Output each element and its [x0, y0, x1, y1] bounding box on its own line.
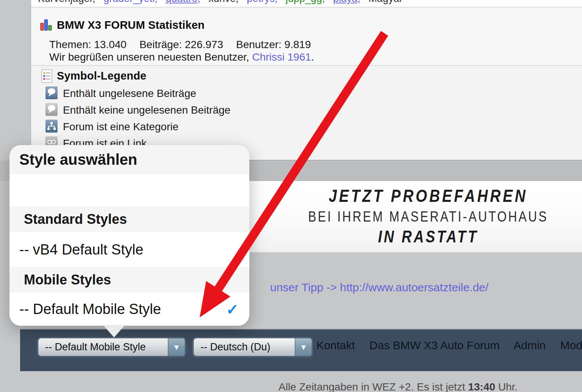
clipped-online-users-row: Kurvenjäger, grauer_yeti, quattro, xdriv… — [31, 0, 582, 8]
legend-item-label: Enthält keine ungelesenen Beiträge — [63, 104, 230, 116]
category-icon — [45, 120, 58, 134]
popup-title: Style auswählen — [9, 145, 249, 174]
forum-statistics-section: BMW X3 FORUM Statistiken Themen: 13.040B… — [31, 8, 582, 66]
legend-item: Enthält keine ungelesenen Beiträge — [45, 103, 230, 117]
chevron-down-icon: ▼ — [295, 338, 312, 356]
popup-item-default-mobile-style[interactable]: -- Default Mobile Style ✓ — [9, 293, 249, 326]
footer-link-admin[interactable]: Admin — [513, 339, 546, 351]
current-time: 13:40 — [468, 381, 495, 392]
timezone-text: Alle Zeitangaben in WEZ +2. Es ist jetzt — [278, 381, 468, 392]
online-user-link[interactable]: playa, — [333, 0, 360, 4]
ad-line3: IN RASTATT — [304, 227, 552, 246]
popup-item-label: -- Default Mobile Style — [19, 301, 161, 317]
online-user-link[interactable]: grauer_yeti, — [103, 0, 158, 4]
online-user-link[interactable]: petrys, — [247, 0, 277, 4]
style-picker-popup: Style auswählen Standard Styles -- vB4 D… — [9, 145, 249, 326]
online-user: Kurvenjäger, — [38, 0, 95, 4]
timezone-suffix: Uhr. — [495, 381, 518, 392]
legend-item: Forum ist eine Kategorie — [45, 120, 178, 134]
online-user: Magyar — [369, 0, 403, 4]
statistics-values: Themen: 13.040Beiträge: 226.973Benutzer:… — [49, 39, 324, 51]
forum-content-panel: Kurvenjäger, grauer_yeti, quattro, xdriv… — [30, 0, 582, 161]
check-icon: ✓ — [226, 301, 239, 318]
online-user-link[interactable]: quattro, — [166, 0, 200, 4]
footer-link-kontakt[interactable]: Kontakt — [316, 339, 355, 351]
legend-item-label: Forum ist eine Kategorie — [63, 121, 178, 133]
style-selector-dropdown[interactable]: -- Default Mobile Style ▼ — [38, 338, 185, 356]
beitraege-count: Beiträge: 226.973 — [139, 39, 223, 50]
popup-callout-tail — [103, 325, 125, 337]
newest-user-link[interactable]: Chrissi 1961 — [252, 51, 311, 63]
tip-link[interactable]: unser Tipp -> http://www.autoersatzteile… — [270, 281, 488, 294]
language-selector-value: -- Deutsch (Du) — [194, 338, 295, 356]
unread-posts-icon — [45, 86, 58, 101]
ad-line2: BEI IHREM MASERATI-AUTOHAUS — [304, 209, 552, 225]
welcome-period: . — [311, 51, 314, 63]
ad-line1: JETZT PROBEFAHREN — [304, 186, 552, 206]
popup-section-standard-styles: Standard Styles — [9, 206, 249, 232]
ad-text: JETZT PROBEFAHREN BEI IHREM MASERATI-AUT… — [280, 186, 576, 246]
no-unread-posts-icon — [45, 103, 58, 117]
online-user-link[interactable]: jupp_gg, — [286, 0, 325, 4]
online-user: xdrive, — [208, 0, 239, 4]
welcome-text: Wir begrüßen unseren neuesten Benutzer, — [49, 51, 252, 63]
newest-user-line: Wir begrüßen unseren neuesten Benutzer, … — [49, 51, 314, 63]
statistics-title: BMW X3 FORUM Statistiken — [57, 19, 205, 31]
style-selector-value: -- Default Mobile Style — [38, 338, 168, 356]
document-legend-icon — [41, 69, 53, 85]
footer-links: Kontakt Das BMW X3 Auto Forum Admin Mod — [316, 339, 582, 352]
popup-section-mobile-styles: Mobile Styles — [9, 267, 249, 293]
chevron-down-icon: ▼ — [168, 338, 185, 356]
legend-title: Symbol-Legende — [57, 70, 146, 82]
popup-item-vb4-default-style[interactable]: -- vB4 Default Style — [9, 232, 249, 267]
legend-item-label: Enthält ungelesene Beiträge — [63, 87, 196, 100]
footer-link-mod[interactable]: Mod — [560, 339, 582, 351]
timezone-note: Alle Zeitangaben in WEZ +2. Es ist jetzt… — [278, 381, 518, 392]
footer-link-forum-home[interactable]: Das BMW X3 Auto Forum — [369, 339, 499, 351]
legend-item: Enthält ungelesene Beiträge — [45, 87, 196, 100]
bar-chart-icon — [39, 18, 53, 33]
language-selector-dropdown[interactable]: -- Deutsch (Du) ▼ — [193, 338, 312, 356]
benutzer-count: Benutzer: 9.819 — [236, 39, 311, 50]
themen-count: Themen: 13.040 — [49, 39, 127, 50]
